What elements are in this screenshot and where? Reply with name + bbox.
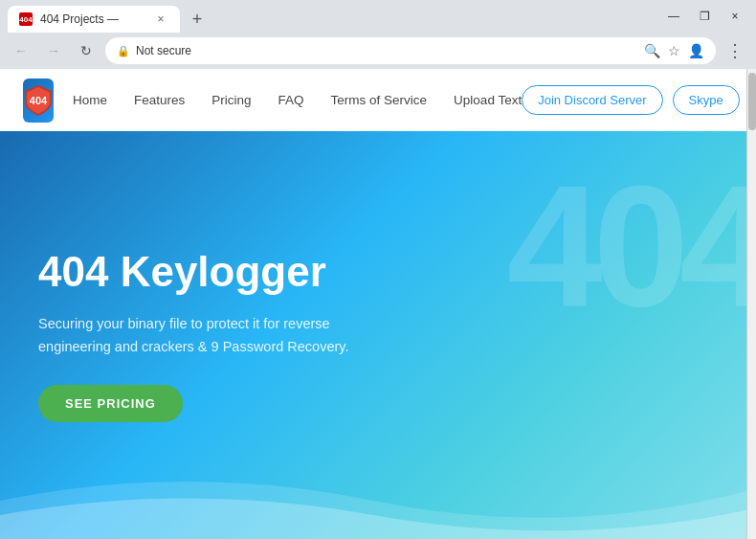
account-icon[interactable]: 👤: [688, 43, 704, 58]
forward-button[interactable]: →: [40, 37, 67, 64]
nav-pricing[interactable]: Pricing: [211, 93, 251, 107]
security-icon: 🔒: [117, 45, 130, 57]
address-bar: ← → ↻ 🔒 Not secure 🔍 ☆ 👤 ⋮: [0, 33, 756, 69]
hero-section: 404 404 Keylogger Securing your binary f…: [0, 131, 746, 539]
minimize-button[interactable]: —: [660, 3, 687, 30]
site-nav: 404 Home Features Pricing FAQ Terms of S…: [0, 69, 746, 131]
nav-links: Home Features Pricing FAQ Terms of Servi…: [73, 93, 522, 107]
nav-faq[interactable]: FAQ: [278, 93, 304, 107]
window-controls: — ❐ ×: [660, 3, 748, 30]
tab-area: 404 404 Projects — × +: [8, 0, 653, 33]
browser-tab[interactable]: 404 404 Projects — ×: [8, 6, 180, 33]
address-input[interactable]: 🔒 Not secure 🔍 ☆ 👤: [105, 37, 716, 64]
url-text: Not secure: [136, 44, 191, 57]
webpage: 404 Home Features Pricing FAQ Terms of S…: [0, 69, 746, 539]
skype-button[interactable]: Skype: [673, 85, 740, 115]
back-button[interactable]: ←: [8, 37, 34, 64]
refresh-button[interactable]: ↻: [73, 37, 100, 64]
hero-wave: [0, 462, 746, 539]
close-button[interactable]: ×: [722, 3, 748, 30]
browser-frame: 404 404 Projects — × + — ❐ × ← → ↻ 🔒 Not…: [0, 0, 756, 539]
tab-favicon: 404: [19, 12, 33, 26]
nav-buttons: Join Discord Server Skype: [522, 85, 740, 115]
hero-bg-text: 404: [507, 160, 746, 332]
see-pricing-button[interactable]: SEE PRICING: [38, 385, 183, 422]
scrollbar[interactable]: [746, 69, 756, 539]
logo-shield: 404: [23, 83, 54, 118]
restore-button[interactable]: ❐: [691, 3, 718, 30]
hero-subtitle: Securing your binary file to protect it …: [38, 313, 364, 357]
hero-title: 404 Keylogger: [38, 248, 708, 296]
discord-button[interactable]: Join Discord Server: [522, 85, 662, 115]
tab-title: 404 Projects —: [40, 12, 119, 26]
svg-text:404: 404: [30, 95, 48, 106]
content-area: 404 Home Features Pricing FAQ Terms of S…: [0, 69, 756, 539]
nav-features[interactable]: Features: [134, 93, 185, 107]
address-icons: 🔍 ☆ 👤: [644, 43, 704, 58]
title-bar: 404 404 Projects — × + — ❐ ×: [0, 0, 756, 33]
nav-upload[interactable]: Upload Text: [454, 93, 522, 107]
scrollbar-thumb[interactable]: [748, 73, 756, 130]
nav-home[interactable]: Home: [73, 93, 107, 107]
search-icon[interactable]: 🔍: [644, 43, 660, 58]
more-button[interactable]: ⋮: [722, 37, 748, 64]
tab-close-button[interactable]: ×: [153, 11, 168, 27]
nav-terms[interactable]: Terms of Service: [331, 93, 428, 107]
site-logo: 404: [23, 79, 54, 123]
new-tab-button[interactable]: +: [184, 6, 211, 33]
star-icon[interactable]: ☆: [668, 43, 680, 58]
